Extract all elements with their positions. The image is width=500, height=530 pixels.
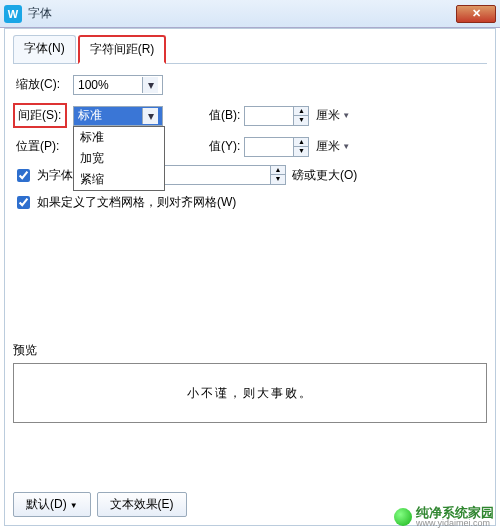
value-y-spinner[interactable]: ▲▼ [244,137,309,157]
snap-label: 如果定义了文档网格，则对齐网格(W) [37,194,236,211]
dialog-footer: 默认(D)▼ 文本效果(E) [13,492,487,517]
text-effect-button[interactable]: 文本效果(E) [97,492,187,517]
spin-up-icon[interactable]: ▲ [294,138,308,147]
spacing-option-standard[interactable]: 标准 [74,127,164,148]
spin-down-icon[interactable]: ▼ [271,175,285,184]
spin-up-icon[interactable]: ▲ [294,107,308,116]
chevron-down-icon: ▼ [70,501,78,510]
spacing-dropdown: 标准 加宽 紧缩 [73,126,165,191]
spin-down-icon[interactable]: ▼ [294,147,308,156]
window-title: 字体 [28,5,456,22]
snap-checkbox-input[interactable] [17,196,30,209]
value-b-unit[interactable]: 厘米▼ [313,106,353,126]
preview-box: 小不谨，则大事败。 [13,363,487,423]
chevron-down-icon: ▼ [342,111,350,120]
chevron-down-icon: ▾ [142,77,158,93]
scale-combo[interactable]: 100% ▾ [73,75,163,95]
spacing-value: 标准 [78,107,102,124]
tab-strip: 字体(N) 字符间距(R) [13,35,487,64]
spin-up-icon[interactable]: ▲ [271,166,285,175]
preview-label: 预览 [13,342,487,359]
spacing-label: 间距(S): [13,103,67,128]
position-label: 位置(P): [13,136,67,157]
tab-font[interactable]: 字体(N) [13,35,76,63]
value-b-label: 值(B): [209,107,240,124]
kerning-label: 为字体 [37,167,73,184]
value-b-input[interactable] [244,106,294,126]
chevron-down-icon: ▾ [142,108,158,124]
chevron-down-icon: ▼ [342,142,350,151]
kerning-suffix: 磅或更大(O) [292,167,357,184]
tab-char-spacing[interactable]: 字符间距(R) [78,35,167,64]
default-button[interactable]: 默认(D)▼ [13,492,91,517]
dialog-body: 字体(N) 字符间距(R) 缩放(C): 100% ▾ 间距(S): 标准 ▾ … [4,28,496,526]
scale-value: 100% [78,78,109,92]
titlebar: W 字体 ✕ [0,0,500,28]
kerning-checkbox[interactable]: 为字体 [13,166,73,185]
close-button[interactable]: ✕ [456,5,496,23]
value-b-spinner[interactable]: ▲▼ [244,106,309,126]
kerning-checkbox-input[interactable] [17,169,30,182]
value-y-unit[interactable]: 厘米▼ [313,137,353,157]
spacing-option-condensed[interactable]: 紧缩 [74,169,164,190]
value-y-input[interactable] [244,137,294,157]
value-y-label: 值(Y): [209,138,240,155]
preview-text: 小不谨，则大事败。 [187,385,313,402]
spacing-option-expanded[interactable]: 加宽 [74,148,164,169]
app-icon: W [4,5,22,23]
scale-label: 缩放(C): [13,74,67,95]
snap-checkbox[interactable]: 如果定义了文档网格，则对齐网格(W) [13,193,236,212]
spin-down-icon[interactable]: ▼ [294,116,308,125]
spacing-combo[interactable]: 标准 ▾ 标准 加宽 紧缩 [73,106,163,126]
